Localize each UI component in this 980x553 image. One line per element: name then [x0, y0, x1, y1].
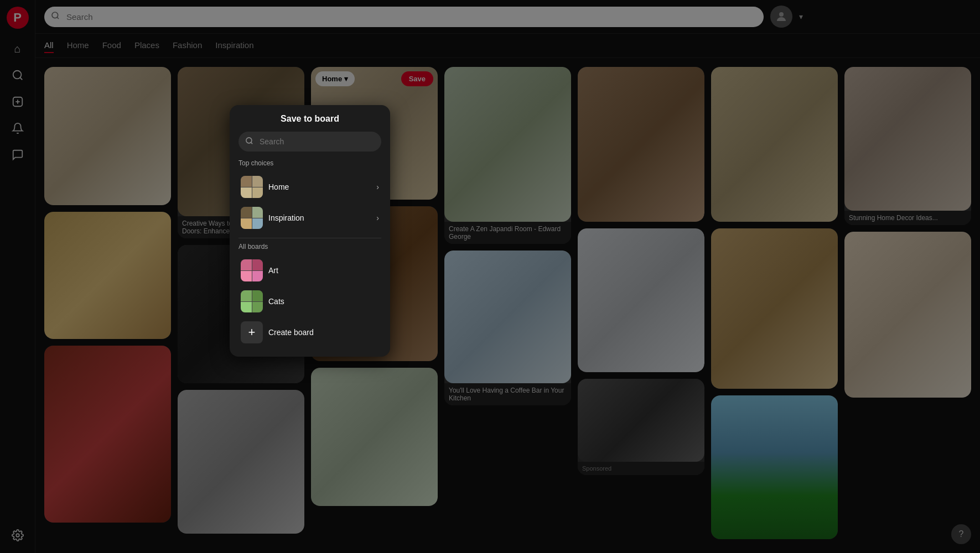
board-item-cats[interactable]: Cats — [238, 286, 381, 317]
top-choices-label: Top choices — [238, 159, 381, 167]
board-name-cats: Cats — [268, 297, 379, 306]
board-item-home[interactable]: Home › — [238, 171, 381, 202]
board-name-art: Art — [268, 266, 379, 275]
modal-overlay[interactable] — [0, 0, 980, 553]
modal-search-input[interactable] — [238, 132, 381, 152]
plus-icon: + — [241, 321, 263, 343]
divider — [238, 238, 381, 238]
board-name-inspiration: Inspiration — [268, 213, 371, 222]
create-board-label: Create board — [268, 328, 314, 337]
board-arrow-icon: › — [376, 182, 379, 191]
create-board-button[interactable]: + Create board — [238, 317, 381, 348]
svg-point-9 — [246, 138, 252, 143]
board-thumbnail-art — [241, 259, 263, 281]
board-arrow-icon: › — [376, 213, 379, 222]
board-thumbnail-home — [241, 176, 263, 198]
modal-search[interactable] — [238, 132, 381, 152]
board-item-art[interactable]: Art — [238, 255, 381, 286]
modal-search-icon — [245, 137, 253, 147]
svg-line-10 — [251, 142, 252, 144]
modal-title: Save to board — [238, 114, 381, 124]
save-to-board-modal: Save to board Top choices Home › Inspira… — [230, 105, 390, 357]
all-boards-label: All boards — [238, 243, 381, 251]
board-name-home: Home — [268, 182, 371, 191]
board-item-inspiration[interactable]: Inspiration › — [238, 202, 381, 233]
board-thumbnail-inspiration — [241, 207, 263, 229]
board-thumbnail-cats — [241, 290, 263, 312]
